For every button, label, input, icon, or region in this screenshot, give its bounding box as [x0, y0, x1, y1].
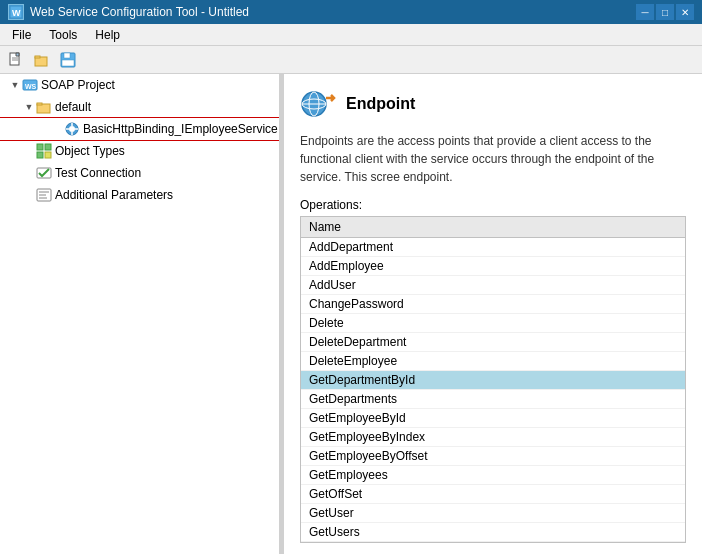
svg-rect-22: [37, 152, 43, 158]
binding-icon: [64, 121, 80, 137]
object-types-icon: [36, 143, 52, 159]
object-types-label: Object Types: [55, 144, 125, 158]
app-icon: W: [8, 4, 24, 20]
tree-item-object-types[interactable]: ▶ Object Types: [0, 140, 279, 162]
tree-item-default[interactable]: ▼ default: [0, 96, 279, 118]
title-bar-left: W Web Service Configuration Tool - Untit…: [8, 4, 249, 20]
main-content: ▼ WS SOAP Project ▼ default ▶: [0, 74, 702, 554]
svg-rect-20: [37, 144, 43, 150]
svg-rect-9: [62, 60, 74, 66]
title-bar: W Web Service Configuration Tool - Untit…: [0, 0, 702, 24]
operation-row[interactable]: GetDepartmentById: [301, 371, 685, 390]
operations-header: Name: [301, 217, 685, 238]
operation-row[interactable]: GetEmployeeById: [301, 409, 685, 428]
tree-item-additional-params[interactable]: ▶ Additional Parameters: [0, 184, 279, 206]
svg-rect-13: [37, 103, 42, 105]
operation-row[interactable]: GetUsers: [301, 523, 685, 542]
operation-row[interactable]: AddUser: [301, 276, 685, 295]
toolbar: [0, 46, 702, 74]
additional-params-label: Additional Parameters: [55, 188, 173, 202]
right-panel: Endpoint Endpoints are the access points…: [284, 74, 702, 554]
soap-icon: WS: [22, 77, 38, 93]
tree-item-binding[interactable]: ▶ BasicHttpBinding_IEmployeeService: [0, 118, 279, 140]
operation-row[interactable]: AddDepartment: [301, 238, 685, 257]
maximize-button[interactable]: □: [656, 4, 674, 20]
default-label: default: [55, 100, 91, 114]
operation-row[interactable]: DeleteEmployee: [301, 352, 685, 371]
endpoint-title: Endpoint: [346, 95, 415, 113]
operation-row[interactable]: GetUser: [301, 504, 685, 523]
operation-row[interactable]: AddEmployee: [301, 257, 685, 276]
menu-bar: File Tools Help: [0, 24, 702, 46]
operation-row[interactable]: GetEmployeeByIndex: [301, 428, 685, 447]
operations-list: AddDepartmentAddEmployeeAddUserChangePas…: [301, 238, 685, 542]
close-button[interactable]: ✕: [676, 4, 694, 20]
binding-label: BasicHttpBinding_IEmployeeService: [83, 122, 278, 136]
operation-row[interactable]: GetDepartments: [301, 390, 685, 409]
menu-help[interactable]: Help: [87, 26, 128, 44]
operation-row[interactable]: GetEmployeeByOffset: [301, 447, 685, 466]
soap-project-label: SOAP Project: [41, 78, 115, 92]
left-panel: ▼ WS SOAP Project ▼ default ▶: [0, 74, 280, 554]
operation-row[interactable]: GetOffSet: [301, 485, 685, 504]
svg-rect-23: [45, 152, 51, 158]
operation-row[interactable]: GetEmployees: [301, 466, 685, 485]
save-button[interactable]: [56, 49, 80, 71]
minimize-button[interactable]: ─: [636, 4, 654, 20]
endpoint-description: Endpoints are the access points that pro…: [300, 132, 686, 186]
operations-label: Operations:: [300, 198, 686, 212]
window-title: Web Service Configuration Tool - Untitle…: [30, 5, 249, 19]
expand-soap-project[interactable]: ▼: [8, 78, 22, 92]
endpoint-icon: [300, 86, 336, 122]
endpoint-header: Endpoint: [300, 86, 686, 122]
window-controls[interactable]: ─ □ ✕: [636, 4, 694, 20]
additional-params-icon: [36, 187, 52, 203]
test-connection-icon: [36, 165, 52, 181]
svg-rect-8: [64, 53, 70, 58]
svg-text:WS: WS: [25, 83, 37, 90]
operation-row[interactable]: ChangePassword: [301, 295, 685, 314]
default-folder-icon: [36, 99, 52, 115]
operation-row[interactable]: Delete: [301, 314, 685, 333]
svg-point-15: [69, 126, 75, 132]
tree-item-soap-project[interactable]: ▼ WS SOAP Project: [0, 74, 279, 96]
menu-tools[interactable]: Tools: [41, 26, 85, 44]
svg-rect-21: [45, 144, 51, 150]
test-connection-label: Test Connection: [55, 166, 141, 180]
svg-rect-6: [35, 56, 40, 58]
open-button[interactable]: [30, 49, 54, 71]
menu-file[interactable]: File: [4, 26, 39, 44]
svg-text:W: W: [12, 8, 21, 18]
new-button[interactable]: [4, 49, 28, 71]
expand-default[interactable]: ▼: [22, 100, 36, 114]
operations-table: Name AddDepartmentAddEmployeeAddUserChan…: [300, 216, 686, 543]
tree-item-test-connection[interactable]: ▶ Test Connection: [0, 162, 279, 184]
operation-row[interactable]: DeleteDepartment: [301, 333, 685, 352]
